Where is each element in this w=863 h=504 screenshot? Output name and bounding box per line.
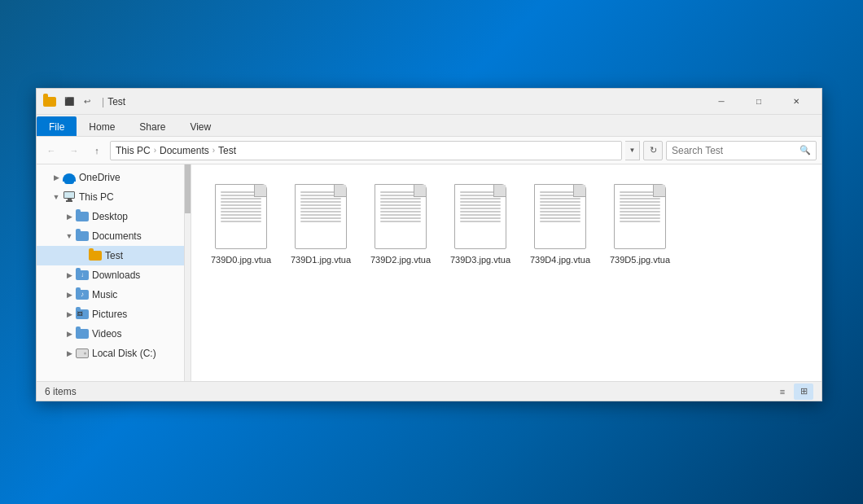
refresh-button[interactable]: ↻	[643, 141, 663, 160]
maximize-button[interactable]: □	[740, 89, 778, 115]
address-breadcrumb[interactable]: This PC › Documents › Test	[110, 141, 622, 160]
address-bar: ← → ↑ This PC › Documents › Test ▼ ↻ 🔍	[37, 137, 821, 164]
sidebar-label-this-pc: This PC	[79, 191, 114, 203]
main-area: ▶ OneDrive ▼ This PC ▶	[37, 164, 821, 381]
sidebar-item-onedrive[interactable]: ▶ OneDrive	[37, 168, 191, 187]
sidebar-label-desktop: Desktop	[92, 211, 128, 222]
search-box[interactable]: 🔍	[666, 141, 817, 160]
file-item-5[interactable]: 739D5.jpg.vtua	[603, 177, 677, 269]
sidebar-item-test[interactable]: Test	[37, 246, 191, 265]
sidebar-item-videos[interactable]: ▶ Videos	[37, 324, 191, 344]
sidebar: ▶ OneDrive ▼ This PC ▶	[37, 164, 191, 381]
breadcrumb: This PC › Documents › Test	[116, 145, 236, 156]
file-item-2[interactable]: 739D2.jpg.vtua	[364, 177, 437, 269]
expand-icon-documents: ▼	[63, 230, 76, 243]
expand-icon-this-pc: ▼	[50, 191, 63, 204]
sidebar-item-pictures[interactable]: ▶ Pictures	[37, 305, 191, 324]
sidebar-label-documents: Documents	[92, 230, 142, 242]
sidebar-label-local-disk: Local Disk (C:)	[92, 348, 156, 359]
search-input[interactable]	[672, 145, 799, 156]
sidebar-scrollbar-thumb[interactable]	[185, 164, 191, 213]
sidebar-content: ▶ OneDrive ▼ This PC ▶	[37, 164, 191, 366]
file-name-0: 739D0.jpg.vtua	[211, 254, 271, 265]
title-bar: ⬛ ↩ | Test ─ □ ✕	[37, 89, 821, 115]
file-item-3[interactable]: 739D3.jpg.vtua	[444, 177, 517, 269]
file-doc-icon-5	[614, 184, 666, 249]
explorer-window: ⬛ ↩ | Test ─ □ ✕ File Home Share View ← …	[36, 88, 822, 401]
sidebar-item-local-disk[interactable]: ▶ Local Disk (C:)	[37, 344, 191, 363]
qat-properties-button[interactable]: ⬛	[61, 94, 77, 110]
breadcrumb-test[interactable]: Test	[218, 145, 236, 156]
doc-line	[221, 211, 261, 213]
sidebar-item-downloads[interactable]: ▶ Downloads	[37, 265, 191, 285]
hdd-icon	[76, 348, 89, 358]
doc-line	[221, 201, 261, 203]
sidebar-label-test: Test	[105, 250, 123, 261]
sidebar-label-downloads: Downloads	[92, 270, 140, 281]
doc-line	[221, 204, 261, 206]
file-name-5: 739D5.jpg.vtua	[610, 254, 670, 265]
file-item-4[interactable]: 739D4.jpg.vtua	[523, 177, 597, 269]
tab-view[interactable]: View	[177, 116, 223, 136]
sidebar-item-desktop[interactable]: ▶ Desktop	[37, 207, 191, 226]
sidebar-label-onedrive: OneDrive	[79, 172, 120, 183]
doc-line	[221, 221, 261, 222]
back-button[interactable]: ←	[42, 141, 61, 160]
details-view-button[interactable]: ≡	[773, 383, 792, 400]
expand-icon-videos: ▶	[63, 327, 76, 340]
test-folder-icon	[89, 251, 102, 261]
file-doc-icon-2	[375, 184, 427, 249]
up-button[interactable]: ↑	[87, 141, 107, 160]
expand-icon-downloads: ▶	[63, 269, 76, 282]
onedrive-icon	[63, 173, 76, 182]
status-bar: 6 items ≡ ⊞	[37, 381, 821, 401]
file-name-3: 739D3.jpg.vtua	[450, 254, 510, 265]
doc-line	[221, 214, 261, 216]
sidebar-item-this-pc[interactable]: ▼ This PC	[37, 187, 191, 207]
breadcrumb-documents[interactable]: Documents	[160, 145, 209, 156]
documents-folder-icon	[76, 231, 89, 241]
file-icon-wrapper-3	[451, 181, 510, 252]
doc-line	[221, 217, 261, 219]
file-item-1[interactable]: 739D1.jpg.vtua	[284, 177, 357, 269]
ribbon-tabs: File Home Share View	[37, 115, 821, 136]
file-icon-wrapper-1	[291, 181, 350, 252]
minimize-button[interactable]: ─	[703, 89, 740, 115]
doc-line	[221, 198, 261, 199]
file-doc-icon-1	[295, 184, 347, 249]
tab-file[interactable]: File	[37, 116, 77, 136]
address-dropdown-button[interactable]: ▼	[625, 141, 640, 160]
sidebar-item-music[interactable]: ▶ Music	[37, 285, 191, 305]
breadcrumb-sep-2: ›	[212, 146, 215, 155]
file-doc-icon-3	[454, 184, 506, 249]
file-icon-wrapper-4	[531, 181, 589, 252]
sidebar-item-documents[interactable]: ▼ Documents	[37, 226, 191, 246]
ribbon: File Home Share View	[37, 115, 821, 137]
downloads-icon	[76, 270, 89, 280]
view-controls: ≡ ⊞	[773, 383, 813, 400]
file-doc-icon-4	[534, 184, 586, 249]
large-icons-view-button[interactable]: ⊞	[794, 383, 813, 400]
sidebar-label-pictures: Pictures	[92, 309, 127, 320]
expand-icon-music: ▶	[63, 288, 76, 301]
sidebar-scrollbar[interactable]	[184, 164, 191, 381]
desktop-folder-icon	[76, 212, 89, 221]
expand-icon-onedrive: ▶	[50, 171, 63, 184]
title-separator: |	[102, 96, 104, 107]
breadcrumb-this-pc[interactable]: This PC	[116, 145, 151, 156]
pc-icon	[63, 191, 76, 203]
doc-line	[221, 208, 261, 209]
quick-access-toolbar: ⬛ ↩	[61, 94, 95, 110]
search-icon[interactable]: 🔍	[799, 145, 811, 156]
file-doc-icon-0	[215, 184, 267, 249]
pictures-icon	[76, 309, 89, 319]
title-bar-icon	[43, 95, 56, 108]
forward-button[interactable]: →	[64, 141, 84, 160]
qat-undo-button[interactable]: ↩	[79, 94, 95, 110]
close-button[interactable]: ✕	[778, 89, 815, 115]
file-name-4: 739D4.jpg.vtua	[530, 254, 590, 265]
window-title: Test	[107, 96, 703, 107]
tab-share[interactable]: Share	[127, 116, 177, 136]
file-item-0[interactable]: 739D0.jpg.vtua	[204, 177, 278, 269]
tab-home[interactable]: Home	[77, 116, 127, 136]
